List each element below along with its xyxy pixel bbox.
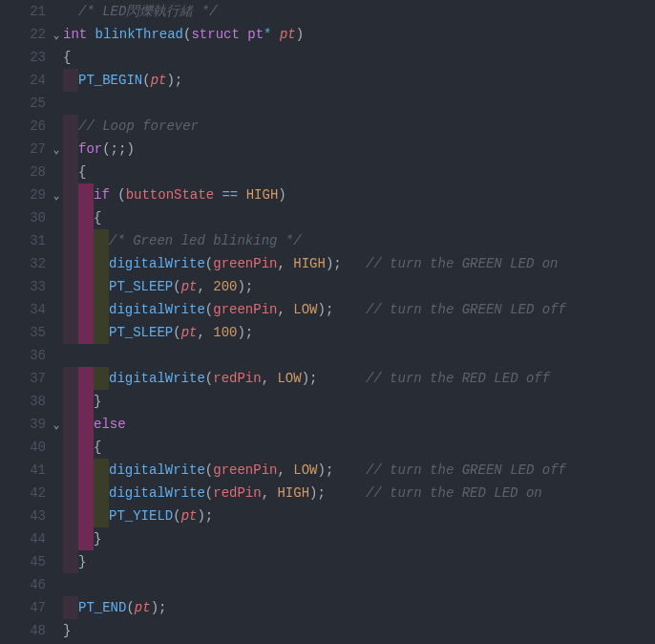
code-token: (	[205, 367, 213, 390]
code-line[interactable]: digitalWrite(greenPin, LOW); // turn the…	[63, 459, 655, 482]
code-line[interactable]: }	[63, 527, 655, 550]
fold-toggle-icon[interactable]: ⌄	[50, 139, 63, 161]
code-line[interactable]: PT_SLEEP(pt, 100);	[63, 321, 655, 344]
code-token: );	[166, 69, 182, 92]
code-line[interactable]: {	[63, 46, 655, 69]
indent-guide	[78, 390, 94, 413]
code-line[interactable]: {	[63, 436, 655, 459]
code-token: digitalWrite	[109, 252, 205, 275]
code-line[interactable]	[63, 573, 655, 596]
code-token: else	[94, 413, 126, 436]
code-token: int	[63, 23, 95, 46]
code-token: );	[309, 482, 366, 504]
code-line[interactable]: // Loop forever	[63, 115, 655, 138]
code-line[interactable]: PT_BEGIN(pt);	[63, 69, 655, 92]
indent-guide	[63, 183, 78, 206]
fold-slot	[50, 69, 63, 92]
code-line[interactable]: digitalWrite(redPin, HIGH); // turn the …	[63, 482, 655, 504]
line-number: 44	[0, 527, 46, 550]
code-line[interactable]: int blinkThread(struct pt* pt)	[63, 23, 655, 46]
code-token: }	[63, 619, 71, 642]
code-token: );	[302, 367, 366, 390]
code-line[interactable]	[63, 92, 655, 115]
code-token: );	[317, 298, 365, 321]
code-line[interactable]	[63, 344, 655, 367]
code-token: digitalWrite	[109, 482, 205, 504]
indent-guide	[63, 115, 78, 138]
indent-guide	[63, 413, 78, 436]
indent-guide	[78, 298, 94, 321]
code-line[interactable]: PT_SLEEP(pt, 200);	[63, 275, 655, 298]
code-token: redPin	[213, 367, 261, 390]
fold-slot	[50, 596, 63, 619]
line-number: 33	[0, 275, 46, 298]
code-token: );	[326, 252, 366, 275]
line-number: 25	[0, 92, 46, 115]
code-line[interactable]: for(;;)	[63, 138, 655, 161]
line-number: 34	[0, 298, 46, 321]
code-token: ==	[222, 183, 245, 206]
indent-guide	[94, 459, 109, 482]
fold-slot	[50, 46, 63, 69]
indent-guide	[63, 275, 78, 298]
code-token: (	[142, 69, 150, 92]
indent-guide	[63, 550, 78, 573]
code-line[interactable]: /* Green led blinking */	[63, 229, 655, 252]
fold-slot: ⌄	[50, 23, 63, 46]
code-editor[interactable]: 2122232425262728293031323334353637383940…	[0, 0, 655, 644]
code-token: }	[78, 550, 86, 573]
indent-guide	[78, 183, 94, 206]
indent-guide	[94, 504, 109, 527]
code-token: ,	[277, 298, 293, 321]
indent-guide	[63, 0, 78, 23]
code-area[interactable]: /* LED閃爍執行緒 */int blinkThread(struct pt*…	[63, 0, 655, 644]
code-line[interactable]: PT_END(pt);	[63, 596, 655, 619]
indent-guide	[94, 367, 109, 390]
line-number: 35	[0, 321, 46, 344]
code-line[interactable]: }	[63, 619, 655, 642]
code-token: pt	[135, 596, 151, 619]
code-line[interactable]: {	[63, 206, 655, 229]
code-line[interactable]: if (buttonState == HIGH)	[63, 183, 655, 206]
code-line[interactable]: {	[63, 161, 655, 183]
code-token: );	[237, 275, 253, 298]
code-token: pt	[280, 23, 296, 46]
code-line[interactable]: digitalWrite(greenPin, HIGH); // turn th…	[63, 252, 655, 275]
fold-toggle-icon[interactable]: ⌄	[50, 414, 63, 437]
fold-toggle-icon[interactable]: ⌄	[50, 24, 63, 47]
indent-guide	[94, 321, 109, 344]
code-token: ,	[277, 252, 293, 275]
line-number: 32	[0, 252, 46, 275]
fold-column[interactable]: ⌄⌄⌄⌄	[50, 0, 63, 644]
code-token: }	[94, 390, 101, 413]
fold-slot	[50, 436, 63, 459]
code-token: {	[63, 46, 71, 69]
code-token: // Loop forever	[78, 115, 199, 138]
code-token: )	[296, 23, 304, 46]
line-number-gutter: 2122232425262728293031323334353637383940…	[0, 0, 50, 644]
code-token: greenPin	[213, 298, 277, 321]
code-line[interactable]: }	[63, 390, 655, 413]
code-line[interactable]: }	[63, 550, 655, 573]
fold-slot	[50, 275, 63, 298]
code-line[interactable]: PT_YIELD(pt);	[63, 504, 655, 527]
fold-toggle-icon[interactable]: ⌄	[50, 184, 63, 207]
code-token: // turn the GREEN LED off	[366, 459, 566, 482]
fold-slot: ⌄	[50, 413, 63, 436]
code-line[interactable]: digitalWrite(redPin, LOW); // turn the R…	[63, 367, 655, 390]
indent-guide	[63, 504, 78, 527]
code-token: ,	[277, 459, 293, 482]
code-line[interactable]: else	[63, 413, 655, 436]
fold-slot	[50, 504, 63, 527]
indent-guide	[78, 413, 94, 436]
code-line[interactable]: digitalWrite(greenPin, LOW); // turn the…	[63, 298, 655, 321]
code-token: digitalWrite	[109, 459, 205, 482]
fold-slot	[50, 0, 63, 23]
line-number: 27	[0, 138, 46, 161]
line-number: 45	[0, 550, 46, 573]
indent-guide	[78, 504, 94, 527]
indent-guide	[63, 527, 78, 550]
fold-slot	[50, 482, 63, 504]
code-line[interactable]: /* LED閃爍執行緒 */	[63, 0, 655, 23]
code-token: (	[173, 321, 180, 344]
